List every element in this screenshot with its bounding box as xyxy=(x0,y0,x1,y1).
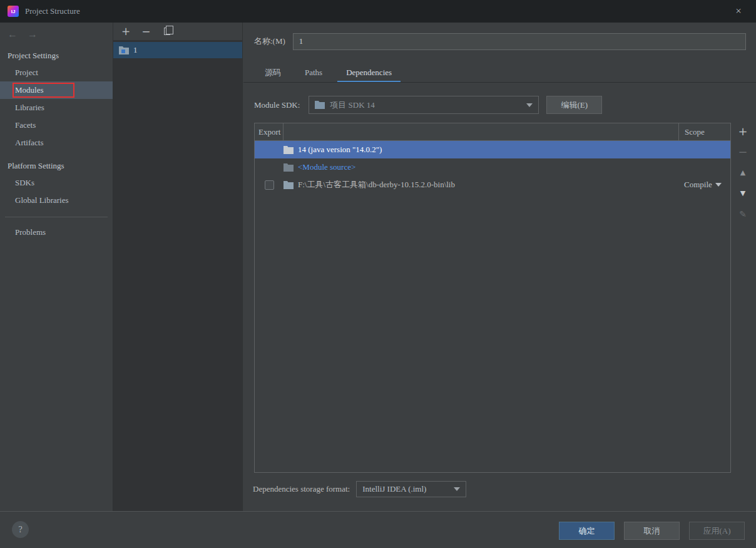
ok-button[interactable]: 确定 xyxy=(559,522,615,540)
column-header-export: Export xyxy=(255,123,284,140)
dependencies-table: Export Scope 14 (java version "14.0.2") xyxy=(254,123,731,473)
module-name-input[interactable] xyxy=(293,33,746,50)
dependency-row-library[interactable]: F:\工具\古客工具箱\db-derby-10.15.2.0-bin\lib C… xyxy=(255,176,730,194)
tabs-separator xyxy=(243,82,756,83)
tab-dependencies[interactable]: Dependencies xyxy=(337,64,401,83)
project-structure-dialog: IJ Project Structure × ← → Project Setti… xyxy=(0,0,756,548)
storage-format-select[interactable]: IntelliJ IDEA (.iml) xyxy=(356,481,466,497)
dialog-footer: ? 确定 取消 应用(A) xyxy=(0,511,756,548)
apply-button[interactable]: 应用(A) xyxy=(689,522,745,540)
sidebar-divider xyxy=(5,217,108,217)
dependency-label: <Module source> xyxy=(298,162,355,172)
module-editor: 名称:(M) 源码 Paths Dependencies Module SDK:… xyxy=(243,23,756,511)
column-header-scope: Scope xyxy=(678,123,730,140)
forward-arrow-icon[interactable]: → xyxy=(28,29,38,40)
sidebar-item-problems[interactable]: Problems xyxy=(0,224,113,241)
settings-sidebar: ← → Project Settings Project Modules Lib… xyxy=(0,23,113,511)
sdk-dependency-folder-icon xyxy=(284,146,294,154)
sidebar-item-modules-label: Modules xyxy=(15,85,44,95)
modules-toolbar: + − xyxy=(113,23,242,40)
edit-sdk-button[interactable]: 编辑(E) xyxy=(546,96,602,114)
add-module-button[interactable]: + xyxy=(121,26,130,37)
dependencies-table-header: Export Scope xyxy=(255,123,730,141)
add-dependency-button[interactable]: + xyxy=(738,125,747,138)
storage-format-label: Dependencies storage format: xyxy=(253,484,350,494)
module-tabs: 源码 Paths Dependencies xyxy=(256,64,401,83)
close-button[interactable]: × xyxy=(731,4,746,19)
dependency-label: F:\工具\古客工具箱\db-derby-10.15.2.0-bin\lib xyxy=(298,179,455,190)
titlebar: IJ Project Structure × xyxy=(0,0,756,23)
module-source-folder-icon xyxy=(284,163,294,172)
back-arrow-icon[interactable]: ← xyxy=(8,29,18,40)
cancel-button[interactable]: 取消 xyxy=(624,522,680,540)
name-label: 名称:(M) xyxy=(254,36,285,47)
dependency-row-module-source[interactable]: <Module source> xyxy=(255,158,730,176)
module-sdk-value: 项目 SDK 14 xyxy=(330,100,375,111)
dependency-row-sdk[interactable]: 14 (java version "14.0.2") xyxy=(255,141,730,158)
module-tree-item[interactable]: 1 xyxy=(113,42,242,58)
remove-module-button[interactable]: − xyxy=(141,26,150,37)
intellij-logo-icon: IJ xyxy=(8,6,19,17)
move-down-button[interactable]: ▼ xyxy=(740,187,745,200)
sidebar-item-libraries[interactable]: Libraries xyxy=(0,99,113,116)
module-sdk-select[interactable]: 项目 SDK 14 xyxy=(309,96,539,114)
close-icon: × xyxy=(735,5,742,17)
dependency-label: 14 (java version "14.0.2") xyxy=(298,145,382,155)
chevron-down-icon xyxy=(715,183,722,187)
help-button[interactable]: ? xyxy=(12,521,29,538)
sidebar-item-facets[interactable]: Facets xyxy=(0,116,113,134)
copy-module-icon[interactable] xyxy=(164,28,170,35)
history-navigation: ← → xyxy=(0,23,113,41)
help-icon: ? xyxy=(18,525,22,534)
sidebar-item-artifacts[interactable]: Artifacts xyxy=(0,134,113,152)
dependency-actions-toolbar: + − ▲ ▼ ✎ xyxy=(733,125,752,220)
platform-settings-header: Platform Settings xyxy=(0,158,113,174)
window-title: Project Structure xyxy=(25,6,80,16)
tab-sources[interactable]: 源码 xyxy=(256,64,290,83)
module-sdk-label: Module SDK: xyxy=(254,100,300,110)
export-checkbox[interactable] xyxy=(265,180,274,190)
scope-value: Compile xyxy=(684,180,712,190)
move-up-button[interactable]: ▲ xyxy=(740,167,745,179)
sidebar-item-modules[interactable]: Modules xyxy=(0,81,113,99)
storage-format-value: IntelliJ IDEA (.iml) xyxy=(362,484,426,494)
module-folder-icon xyxy=(119,46,129,54)
sidebar-item-sdks[interactable]: SDKs xyxy=(0,174,113,192)
module-name-label: 1 xyxy=(133,45,138,55)
scope-dropdown[interactable]: Compile xyxy=(678,180,730,190)
sidebar-item-project[interactable]: Project xyxy=(0,64,113,81)
remove-dependency-button[interactable]: − xyxy=(738,146,747,158)
tab-paths[interactable]: Paths xyxy=(296,64,331,83)
chevron-down-icon xyxy=(454,487,460,491)
sidebar-item-global-libraries[interactable]: Global Libraries xyxy=(0,192,113,209)
sdk-folder-icon xyxy=(315,101,325,109)
project-settings-header: Project Settings xyxy=(0,48,113,64)
library-folder-icon xyxy=(284,181,294,189)
chevron-down-icon xyxy=(526,103,533,107)
modules-list-panel: + − 1 xyxy=(113,23,243,511)
edit-dependency-button[interactable]: ✎ xyxy=(739,208,747,220)
